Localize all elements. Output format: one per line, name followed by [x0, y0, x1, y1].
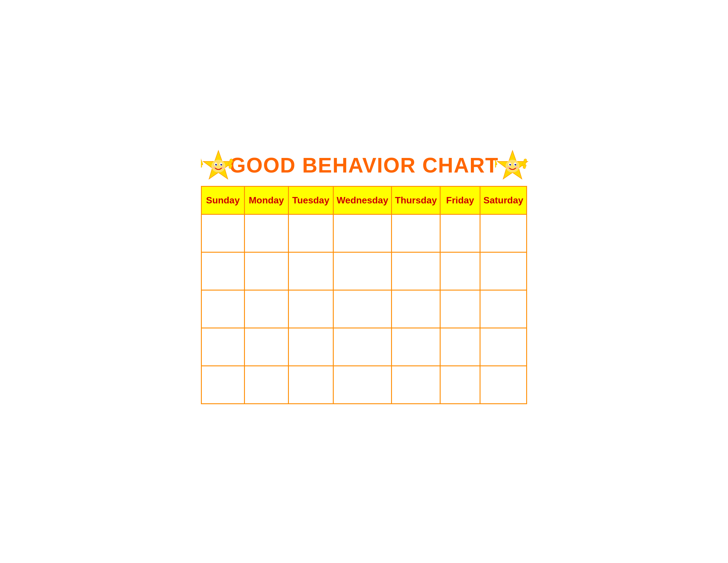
svg-point-22 — [510, 164, 511, 164]
page-container: GOOD BEHAVIOR CHART — [189, 144, 539, 419]
cell-wed-4[interactable] — [333, 328, 391, 366]
svg-point-21 — [515, 164, 516, 165]
table-row — [202, 252, 527, 290]
svg-point-17 — [506, 160, 520, 172]
cell-thu-4[interactable] — [392, 328, 440, 366]
friday-header: Friday — [440, 186, 480, 214]
cell-mon-4[interactable] — [244, 328, 288, 366]
thursday-header: Thursday — [392, 186, 440, 214]
svg-point-23 — [515, 164, 516, 164]
cell-sun-2[interactable] — [202, 252, 245, 290]
cell-tue-2[interactable] — [288, 252, 333, 290]
cell-fri-2[interactable] — [440, 252, 480, 290]
left-star-mascot — [201, 149, 233, 181]
cell-thu-3[interactable] — [392, 290, 440, 328]
cell-wed-1[interactable] — [333, 214, 391, 252]
cell-fri-4[interactable] — [440, 328, 480, 366]
table-row — [202, 366, 527, 404]
table-row — [202, 290, 527, 328]
cell-wed-3[interactable] — [333, 290, 391, 328]
svg-point-8 — [213, 167, 215, 168]
cell-sun-1[interactable] — [202, 214, 245, 252]
cell-wed-5[interactable] — [333, 366, 391, 404]
svg-point-9 — [221, 167, 224, 168]
svg-point-6 — [216, 164, 217, 164]
cell-sun-3[interactable] — [202, 290, 245, 328]
cell-fri-5[interactable] — [440, 366, 480, 404]
header-row: Sunday Monday Tuesday Wednesday Thursday… — [202, 186, 527, 214]
cell-sun-5[interactable] — [202, 366, 245, 404]
svg-point-24 — [507, 167, 510, 168]
cell-sat-5[interactable] — [480, 366, 527, 404]
cell-fri-1[interactable] — [440, 214, 480, 252]
cell-sat-1[interactable] — [480, 214, 527, 252]
table-row — [202, 214, 527, 252]
cell-mon-2[interactable] — [244, 252, 288, 290]
cell-mon-3[interactable] — [244, 290, 288, 328]
svg-point-7 — [221, 164, 222, 164]
cell-sat-3[interactable] — [480, 290, 527, 328]
page-title: GOOD BEHAVIOR CHART — [229, 153, 499, 177]
svg-point-5 — [220, 164, 222, 165]
tuesday-header: Tuesday — [288, 186, 333, 214]
cell-tue-1[interactable] — [288, 214, 333, 252]
saturday-header: Saturday — [480, 186, 527, 214]
cell-sat-4[interactable] — [480, 328, 527, 366]
cell-tue-3[interactable] — [288, 290, 333, 328]
cell-tue-4[interactable] — [288, 328, 333, 366]
behavior-chart-table: Sunday Monday Tuesday Wednesday Thursday… — [201, 186, 527, 404]
monday-header: Monday — [244, 186, 288, 214]
right-star-mascot — [495, 149, 527, 181]
cell-thu-5[interactable] — [392, 366, 440, 404]
cell-fri-3[interactable] — [440, 290, 480, 328]
cell-wed-2[interactable] — [333, 252, 391, 290]
header: GOOD BEHAVIOR CHART — [201, 153, 527, 177]
cell-thu-1[interactable] — [392, 214, 440, 252]
table-row — [202, 328, 527, 366]
svg-point-25 — [515, 167, 518, 168]
cell-mon-1[interactable] — [244, 214, 288, 252]
wednesday-header: Wednesday — [333, 186, 391, 214]
svg-point-4 — [215, 164, 217, 165]
svg-point-1 — [211, 160, 225, 172]
svg-point-20 — [509, 164, 511, 165]
cell-thu-2[interactable] — [392, 252, 440, 290]
sunday-header: Sunday — [202, 186, 245, 214]
cell-sat-2[interactable] — [480, 252, 527, 290]
cell-mon-5[interactable] — [244, 366, 288, 404]
cell-sun-4[interactable] — [202, 328, 245, 366]
cell-tue-5[interactable] — [288, 366, 333, 404]
